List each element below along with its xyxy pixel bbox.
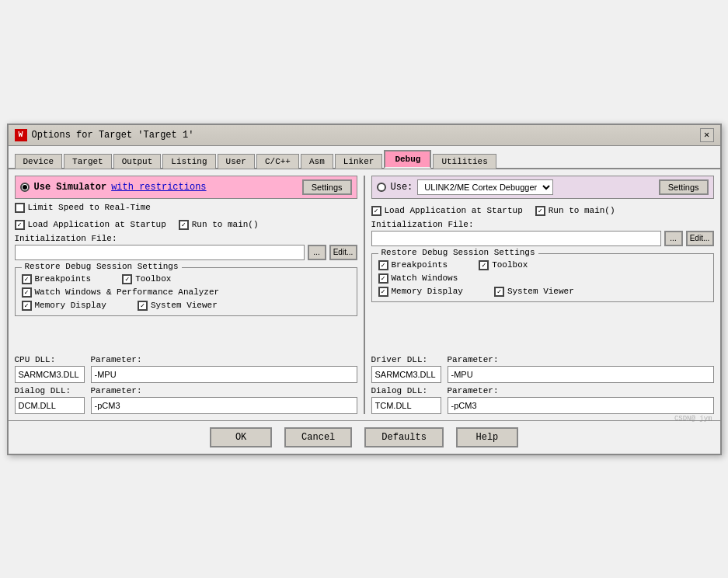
app-icon: W (15, 129, 27, 141)
left-memory-display-label: Memory Display (35, 301, 106, 310)
debugger-select[interactable]: ULINK2/ME Cortex Debugger (417, 179, 553, 195)
left-settings-button[interactable]: Settings (302, 179, 352, 195)
ok-button[interactable]: OK (210, 427, 272, 447)
right-dialog-dll-input[interactable] (371, 397, 441, 414)
right-driver-dll-label: Driver DLL: (371, 355, 441, 364)
left-panel-header: Use Simulator with restrictions Settings (15, 176, 357, 199)
use-simulator-radio[interactable] (20, 183, 30, 192)
right-driver-dll-input[interactable] (371, 366, 441, 383)
left-cpu-dll-input[interactable] (15, 366, 85, 383)
left-dialog-dll-label: Dialog DLL: (15, 386, 85, 395)
left-init-file-input[interactable] (15, 245, 305, 260)
left-load-app-row: Load Application at Startup (15, 220, 166, 230)
left-toolbox-checkbox[interactable] (122, 274, 132, 284)
defaults-button[interactable]: Defaults (364, 427, 444, 447)
right-settings-button[interactable]: Settings (659, 179, 709, 195)
right-driver-param-group: Parameter: (448, 355, 714, 383)
panel-divider (364, 176, 365, 414)
use-debugger-radio[interactable] (377, 183, 386, 192)
left-cpu-param-label: Parameter: (91, 355, 357, 364)
left-restore-group: Restore Debug Session Settings Breakpoin… (15, 267, 357, 316)
right-toolbox-checkbox[interactable] (479, 260, 489, 270)
limit-speed-checkbox[interactable] (15, 203, 25, 213)
use-simulator-label: Use Simulator (34, 182, 107, 193)
left-edit-button[interactable]: Edit... (329, 245, 357, 260)
left-group-content: Breakpoints Toolbox Watch Windows & Perf… (22, 274, 350, 311)
right-driver-param-input[interactable] (448, 366, 714, 383)
left-watch-windows-checkbox[interactable] (22, 287, 32, 298)
right-run-main-checkbox[interactable] (535, 206, 545, 216)
right-panel: Use: ULINK2/ME Cortex Debugger Settings … (371, 176, 714, 414)
right-dialog-dll-label: Dialog DLL: (371, 386, 441, 395)
right-init-file-input[interactable] (371, 231, 661, 246)
left-cpu-param-group: Parameter: (91, 355, 357, 383)
limit-speed-label: Limit Speed to Real-Time (28, 203, 151, 212)
right-system-viewer-checkbox[interactable] (494, 287, 504, 297)
right-toolbox-row: Toolbox (479, 260, 528, 270)
right-browse-button[interactable]: ... (664, 231, 683, 246)
tab-cpp[interactable]: C/C++ (256, 154, 299, 169)
tab-utilities[interactable]: Utilities (433, 154, 496, 169)
right-dialog-param-input[interactable] (448, 397, 714, 414)
right-toolbox-label: Toolbox (492, 260, 528, 270)
right-dialog-param-group: Parameter: (448, 386, 714, 414)
left-system-viewer-row: System Viewer (138, 301, 218, 311)
right-load-app-row: Load Application at Startup (371, 206, 523, 216)
left-breakpoints-checkbox[interactable] (22, 274, 32, 284)
tab-user[interactable]: User (218, 154, 255, 169)
right-dialog-dll-group-r: Dialog DLL: (371, 386, 441, 414)
tab-target[interactable]: Target (64, 154, 112, 169)
left-init-file-label: Initialization File: (15, 234, 357, 243)
right-init-file-row: ... Edit... (371, 231, 714, 246)
tab-linker[interactable]: Linker (335, 154, 383, 169)
left-load-app-checkbox[interactable] (15, 220, 25, 230)
right-panel-header: Use: ULINK2/ME Cortex Debugger Settings (371, 176, 714, 199)
left-toolbox-label: Toolbox (135, 274, 171, 284)
window-title: Options for Target 'Target 1' (32, 130, 194, 141)
footer: OK Cancel Defaults Help (9, 420, 720, 454)
left-browse-button[interactable]: ... (308, 245, 326, 260)
left-breakpoints-label: Breakpoints (35, 274, 92, 284)
right-breakpoints-row: Breakpoints (378, 260, 448, 270)
right-breakpoints-checkbox[interactable] (378, 260, 388, 270)
left-system-viewer-checkbox[interactable] (138, 301, 148, 311)
right-memory-display-label: Memory Display (392, 287, 463, 296)
tab-device[interactable]: Device (15, 154, 63, 169)
right-system-viewer-label: System Viewer (507, 287, 574, 296)
left-dialog-param-label: Parameter: (91, 386, 357, 395)
help-button[interactable]: Help (456, 427, 518, 447)
left-run-main-checkbox[interactable] (179, 220, 189, 230)
tab-debug[interactable]: Debug (384, 150, 431, 169)
tab-asm[interactable]: Asm (301, 154, 333, 169)
title-bar-left: W Options for Target 'Target 1' (15, 129, 194, 141)
left-watch-windows-label: Watch Windows & Performance Analyzer (35, 287, 220, 297)
left-load-app-label: Load Application at Startup (28, 220, 166, 229)
left-dialog-param-input[interactable] (91, 397, 357, 414)
right-driver-dll-group: Driver DLL: (371, 355, 441, 383)
right-init-file-label: Initialization File: (371, 220, 714, 229)
right-dll-panel: Driver DLL: Parameter: Dialog DLL: (371, 355, 714, 414)
right-watch-windows-label: Watch Windows (392, 273, 458, 283)
left-cpu-dll-label: CPU DLL: (15, 355, 85, 364)
right-load-app-checkbox[interactable] (371, 206, 381, 216)
restrictions-link[interactable]: with restrictions (111, 182, 206, 193)
left-cpu-param-input[interactable] (91, 366, 357, 383)
tab-output[interactable]: Output (113, 154, 162, 169)
left-dialog-dll-input[interactable] (15, 397, 85, 414)
cancel-button[interactable]: Cancel (284, 427, 352, 447)
main-window: W Options for Target 'Target 1' ✕ Device… (7, 124, 722, 455)
left-breakpoints-row: Breakpoints (22, 274, 92, 284)
left-dialog-param-group: Parameter: (91, 386, 357, 414)
left-dll-panel: CPU DLL: Parameter: Dialog DLL: (15, 355, 357, 414)
right-memory-display-checkbox[interactable] (378, 287, 388, 297)
right-edit-button[interactable]: Edit... (686, 231, 714, 246)
limit-speed-row: Limit Speed to Real-Time (15, 203, 357, 213)
close-button[interactable]: ✕ (700, 128, 714, 142)
left-cpu-dll-group: CPU DLL: (15, 355, 85, 383)
right-init-file-section: Initialization File: ... Edit... (371, 220, 714, 246)
left-watch-windows-row: Watch Windows & Performance Analyzer (22, 287, 350, 298)
right-watch-windows-checkbox[interactable] (378, 273, 388, 284)
left-memory-display-checkbox[interactable] (22, 301, 32, 311)
right-system-viewer-row: System Viewer (494, 287, 574, 297)
tab-listing[interactable]: Listing (162, 154, 215, 169)
